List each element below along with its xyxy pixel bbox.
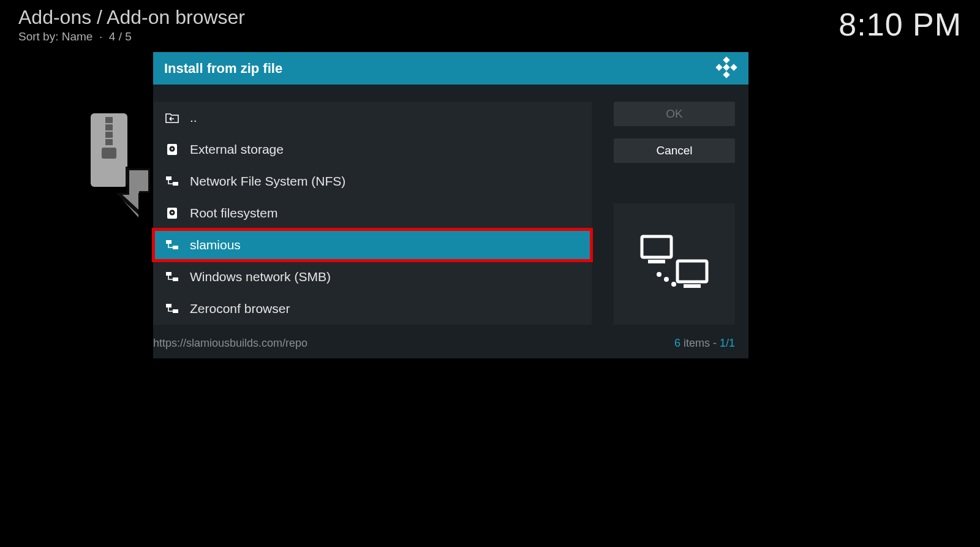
svg-rect-5 — [102, 148, 116, 159]
file-item[interactable]: slamious — [153, 229, 592, 261]
zip-download-icon — [80, 113, 150, 217]
network-icon — [165, 238, 179, 252]
file-item[interactable]: Network File System (NFS) — [153, 165, 592, 197]
dialog-title: Install from zip file — [164, 61, 282, 77]
file-item[interactable]: Windows network (SMB) — [153, 261, 592, 293]
network-icon — [165, 270, 179, 284]
svg-rect-1 — [105, 117, 113, 123]
svg-rect-4 — [105, 139, 113, 145]
disk-icon — [165, 143, 179, 156]
file-item[interactable]: External storage — [153, 134, 592, 165]
svg-rect-27 — [677, 261, 707, 282]
file-item-label: .. — [190, 110, 197, 125]
file-list[interactable]: ..External storageNetwork File System (N… — [153, 102, 592, 325]
svg-point-30 — [664, 277, 669, 282]
file-item-label: slamious — [190, 238, 241, 252]
svg-point-13 — [172, 148, 173, 150]
kodi-logo-icon — [715, 56, 737, 81]
svg-rect-21 — [166, 272, 172, 276]
svg-rect-28 — [684, 284, 701, 288]
footer-count-num: 6 — [674, 337, 680, 349]
subheader: Sort by: Name · 4 / 5 — [18, 30, 245, 43]
svg-rect-10 — [730, 64, 737, 70]
svg-rect-15 — [173, 182, 178, 186]
ok-button[interactable]: OK — [614, 102, 735, 126]
folder-back-icon — [165, 111, 179, 124]
file-item-label: Zeroconf browser — [190, 301, 290, 316]
file-item[interactable]: Zeroconf browser — [153, 293, 592, 325]
dialog-footer: https://slamiousbuilds.com/repo 6 items … — [153, 334, 748, 358]
cancel-button[interactable]: Cancel — [614, 138, 735, 163]
file-item-label: Root filesystem — [190, 206, 278, 221]
svg-rect-24 — [173, 309, 178, 313]
svg-rect-8 — [723, 71, 729, 78]
svg-rect-20 — [173, 246, 178, 249]
svg-rect-2 — [105, 124, 113, 130]
file-item-label: Windows network (SMB) — [190, 270, 331, 284]
dialog-title-bar: Install from zip file — [153, 52, 748, 85]
svg-rect-26 — [648, 260, 665, 263]
svg-rect-6 — [723, 56, 729, 63]
footer-count: 6 items - 1/1 — [674, 337, 735, 350]
right-panel: OK Cancel — [614, 102, 735, 325]
install-zip-dialog: Install from zip file ..External storage… — [153, 52, 748, 358]
breadcrumb: Add-ons / Add-on browser — [18, 6, 245, 29]
network-icon — [165, 302, 179, 315]
footer-items-word: items — [684, 337, 710, 349]
svg-rect-3 — [105, 132, 113, 138]
file-item[interactable]: .. — [153, 102, 592, 134]
preview-panel — [614, 203, 735, 325]
svg-rect-25 — [642, 236, 671, 257]
clock: 8:10 PM — [839, 6, 962, 43]
svg-rect-23 — [166, 304, 172, 307]
svg-rect-22 — [173, 277, 178, 281]
network-preview-icon — [635, 230, 714, 298]
svg-rect-19 — [166, 240, 172, 244]
svg-rect-9 — [715, 64, 722, 70]
file-item[interactable]: Root filesystem — [153, 197, 592, 229]
svg-point-18 — [172, 212, 173, 214]
footer-path: https://slamiousbuilds.com/repo — [153, 337, 307, 350]
disk-icon — [165, 206, 179, 220]
file-item-label: Network File System (NFS) — [190, 174, 345, 189]
svg-point-29 — [657, 272, 662, 277]
dialog-body: ..External storageNetwork File System (N… — [153, 85, 748, 334]
svg-point-31 — [671, 282, 676, 287]
header: Add-ons / Add-on browser Sort by: Name ·… — [18, 6, 962, 43]
footer-page: 1/1 — [720, 337, 735, 349]
svg-rect-7 — [723, 64, 729, 70]
network-icon — [165, 175, 179, 188]
svg-rect-14 — [166, 176, 172, 180]
position-label: 4 / 5 — [109, 30, 132, 43]
file-item-label: External storage — [190, 142, 284, 157]
sort-label: Sort by: Name — [18, 30, 92, 43]
header-left: Add-ons / Add-on browser Sort by: Name ·… — [18, 6, 245, 43]
